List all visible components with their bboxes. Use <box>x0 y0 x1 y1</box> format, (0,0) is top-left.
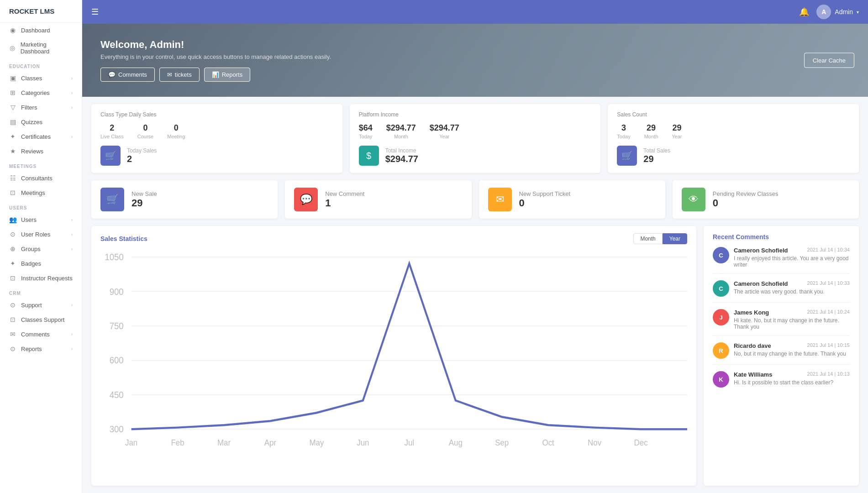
sidebar-label-filters: Filters <box>21 104 37 111</box>
chart-toggle-year[interactable]: Year <box>663 233 687 244</box>
categories-chevron-icon: › <box>71 90 73 95</box>
svg-text:600: 600 <box>110 356 124 366</box>
new-support-ticket-card[interactable]: ✉ New Support Ticket 0 <box>479 180 665 219</box>
sidebar-item-reviews[interactable]: ★ Reviews <box>0 144 82 158</box>
dashboard-icon: ◉ <box>9 26 16 34</box>
tickets-button[interactable]: ✉ tickets <box>159 68 200 82</box>
new-sale-label: New Sale <box>132 190 157 197</box>
new-comment-value: 1 <box>325 197 364 209</box>
sidebar-item-support[interactable]: ⊙ Support › <box>0 298 82 312</box>
new-support-ticket-label: New Support Ticket <box>519 190 571 197</box>
sidebar-label-user-roles: User Roles <box>21 231 50 238</box>
sidebar-item-marketing[interactable]: ◎ Marketing Dashboard <box>0 37 82 58</box>
username-label: Admin <box>835 8 853 16</box>
income-month: $294.77 <box>386 123 416 133</box>
notification-bell-icon[interactable]: 🔔 <box>799 7 809 17</box>
course-label: Course <box>137 134 153 139</box>
sidebar-item-quizzes[interactable]: ▤ Quizzes <box>0 115 82 129</box>
sidebar-item-classes[interactable]: ▣ Classes › <box>0 71 82 85</box>
sidebar-item-badges[interactable]: ✦ Badges <box>0 256 82 271</box>
svg-text:Jan: Jan <box>125 438 137 448</box>
sidebar-item-categories[interactable]: ⊞ Categories › <box>0 85 82 100</box>
user-menu[interactable]: A Admin ▾ <box>816 5 859 19</box>
comment-name-4: Kate Williams <box>734 371 772 378</box>
comments-chevron-icon: › <box>71 332 73 337</box>
comment-name-0: Cameron Schofield <box>734 247 788 254</box>
user-menu-chevron-icon: ▾ <box>857 10 859 15</box>
report-btn-icon: 📊 <box>212 71 219 78</box>
support-chevron-icon: › <box>71 303 73 308</box>
classes-chevron-icon: › <box>71 76 73 81</box>
section-users: USERS <box>0 200 82 212</box>
chart-area: 1050 900 750 600 450 300 Jan Feb Mar Apr… <box>100 249 687 478</box>
consultants-icon: ☷ <box>9 174 16 182</box>
filters-chevron-icon: › <box>71 105 73 110</box>
sales-today-label: Today <box>617 134 630 139</box>
sidebar-item-user-roles[interactable]: ⊙ User Roles › <box>0 227 82 241</box>
sidebar-label-instructor-requests: Instructor Requests <box>21 275 73 282</box>
sidebar-item-users[interactable]: 👥 Users › <box>0 212 82 227</box>
live-class-count: 2 <box>100 123 124 133</box>
users-icon: 👥 <box>9 216 16 223</box>
comment-time-4: 2021 Jul 14 | 10:13 <box>807 371 850 377</box>
income-month-stat: $294.77 Month <box>386 123 416 139</box>
svg-text:1050: 1050 <box>105 252 123 262</box>
sidebar-item-consultants[interactable]: ☷ Consultants <box>0 171 82 185</box>
comment-text-4: Hi. Is it possible to start the class ea… <box>734 379 850 386</box>
comment-time-1: 2021 Jul 14 | 10:33 <box>807 280 850 286</box>
comments-btn-label: Comments <box>118 71 147 78</box>
instructor-requests-icon: ⊡ <box>9 274 16 282</box>
pending-review-icon: 👁 <box>682 188 705 211</box>
sidebar-item-certificates[interactable]: ✦ Certificates › <box>0 129 82 144</box>
sales-today-stat: 3 Today <box>617 123 630 139</box>
sidebar-item-comments[interactable]: ✉ Comments › <box>0 327 82 341</box>
sidebar-item-reports[interactable]: ⊙ Reports › <box>0 341 82 356</box>
sales-month-stat: 29 Month <box>644 123 658 139</box>
comment-avatar-2: J <box>713 309 729 325</box>
svg-text:Oct: Oct <box>542 438 554 448</box>
sidebar-item-filters[interactable]: ▽ Filters › <box>0 100 82 115</box>
svg-text:Nov: Nov <box>588 438 601 448</box>
today-sales-icon: 🛒 <box>100 146 121 166</box>
total-sales-icon: 🛒 <box>617 146 637 166</box>
clear-cache-button[interactable]: Clear Cache <box>804 53 854 68</box>
pending-review-classes-card[interactable]: 👁 Pending Review Classes 0 <box>673 180 859 219</box>
reviews-icon: ★ <box>9 147 16 155</box>
total-sales-label: Total Sales <box>643 147 670 154</box>
support-icon: ⊙ <box>9 301 16 309</box>
new-comment-card[interactable]: 💬 New Comment 1 <box>285 180 471 219</box>
svg-text:Mar: Mar <box>217 438 231 448</box>
user-roles-icon: ⊙ <box>9 231 16 238</box>
sidebar-item-instructor-requests[interactable]: ⊡ Instructor Requests <box>0 271 82 285</box>
income-today-label: Today <box>359 134 373 139</box>
class-type-card: Class Type Daily Sales 2 Live Class 0 Co… <box>91 104 342 173</box>
main-content: ☰ 🔔 A Admin ▾ Welcome, Admin! Everything… <box>82 0 868 493</box>
comment-item-1: C Cameron Schofield 2021 Jul 14 | 10:33 … <box>713 280 850 303</box>
sidebar-item-meetings[interactable]: ⊡ Meetings <box>0 185 82 200</box>
chart-toggle-month[interactable]: Month <box>633 233 662 244</box>
svg-text:Dec: Dec <box>634 438 648 448</box>
new-comment-icon: 💬 <box>294 188 318 211</box>
income-year-stat: $294.77 Year <box>430 123 459 139</box>
user-roles-chevron-icon: › <box>71 232 73 237</box>
comment-text-2: Hi kate. No, but it may change in the fu… <box>734 317 850 330</box>
sidebar-label-badges: Badges <box>21 260 41 267</box>
reports-button[interactable]: 📊 Reports <box>204 68 251 82</box>
sidebar-label-certificates: Certificates <box>21 133 51 140</box>
sidebar-item-dashboard[interactable]: ◉ Dashboard <box>0 23 82 37</box>
meeting-label: Meeting <box>167 134 185 139</box>
sidebar-item-classes-support[interactable]: ⊡ Classes Support <box>0 312 82 327</box>
svg-text:750: 750 <box>110 321 124 331</box>
hamburger-menu-icon[interactable]: ☰ <box>91 7 99 17</box>
new-comment-label: New Comment <box>325 190 364 197</box>
chart-title: Sales Statistics <box>100 235 147 242</box>
total-sales-value: 29 <box>643 154 670 164</box>
comment-time-0: 2021 Jul 14 | 10:34 <box>807 247 850 252</box>
comment-avatar-1: C <box>713 280 729 297</box>
sidebar-item-groups[interactable]: ⊕ Groups › <box>0 241 82 256</box>
platform-income-title: Platform Income <box>359 111 592 118</box>
groups-chevron-icon: › <box>71 246 73 252</box>
new-sale-card[interactable]: 🛒 New Sale 29 <box>91 180 278 219</box>
comments-button[interactable]: 💬 Comments <box>100 68 155 82</box>
recent-comments-title: Recent Comments <box>713 233 850 241</box>
